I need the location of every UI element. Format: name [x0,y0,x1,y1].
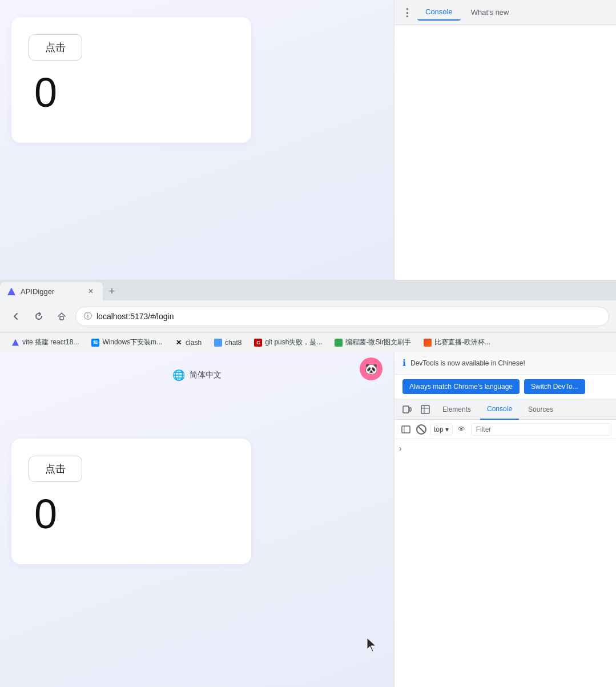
devtools-notification: ℹ DevTools is now available in Chinese! [394,352,616,375]
devtools-empty-area [394,25,616,280]
custom-formatters-icon[interactable]: 👁 [456,424,468,435]
bookmark-favicon-git: C [254,339,262,347]
switch-devtools-button[interactable]: Switch DevTo... [524,379,585,394]
click-button-bottom[interactable]: 点击 [29,456,82,482]
context-label: top [434,425,444,433]
console-filter-input[interactable] [471,423,611,436]
bookmark-vite[interactable]: vite 搭建 react18... [7,336,83,349]
bookmark-favicon-chat8 [214,339,222,347]
devtools-tab-console[interactable]: Console [417,4,461,21]
console-content-area[interactable]: › [394,439,616,687]
devtools-tab-bar-top: ⋮ Console What's new [394,0,616,25]
codepen-icon: C [254,339,262,347]
tab-title: APIDigger [21,287,54,296]
address-security-icon: ⓘ [84,311,92,322]
console-prompt-line: › [399,444,402,453]
new-tab-button[interactable]: + [103,282,121,300]
address-url: localhost:5173/#/login [96,312,174,321]
tab-elements-label: Elements [442,405,471,413]
zhihu-icon: 知 [91,339,99,347]
bookmark-biancheng[interactable]: 编程菌-微Sir图文刷手 [330,336,416,349]
bookmark-favicon-biancheng [335,339,343,347]
devtools-menu-icon[interactable]: ⋮ [399,5,415,21]
notification-info-icon: ℹ [402,357,406,368]
devtools-panel-bottom: ℹ DevTools is now available in Chinese! … [394,352,616,687]
console-chevron-icon: › [399,444,402,453]
bookmarks-bar: vite 搭建 react18... 知 Windows下安装m... ✕ cl… [0,332,616,352]
bookmark-label-bisai: 比赛直播-欧洲杯... [434,338,490,347]
bookmark-zhihu[interactable]: 知 Windows下安装m... [87,336,167,349]
x-icon: ✕ [175,339,183,347]
nav-reload-button[interactable] [30,307,48,326]
tab-elements[interactable]: Elements [436,399,478,420]
bookmark-clash[interactable]: ✕ clash [170,337,206,348]
vite-icon [7,287,15,295]
bookmark-favicon-bisai [424,339,432,347]
nav-back-button[interactable] [7,307,25,326]
redorange-icon [424,339,432,347]
browser-tab-apidigger[interactable]: APIDigger ✕ [0,282,103,300]
language-selector[interactable]: 🌐 简体中文 [11,363,383,387]
address-input[interactable]: ⓘ localhost:5173/#/login [75,307,609,326]
svg-rect-1 [403,406,409,413]
globe-icon: 🌐 [172,369,185,381]
bookmark-favicon-clash: ✕ [175,339,183,347]
inspect-element-icon[interactable] [417,401,433,417]
bookmark-favicon-vite [11,339,19,347]
tab-sources[interactable]: Sources [521,399,560,420]
mouse-cursor [365,637,377,655]
click-button-top[interactable]: 点击 [29,34,82,61]
bookmark-chat8[interactable]: chat8 [210,337,246,348]
device-toolbar-icon[interactable] [399,401,415,417]
svg-rect-6 [402,426,410,433]
browser-bottom-section: 🌐 简体中文 🐼 点击 0 ℹ DevTools is now availabl… [0,352,616,687]
tab-console-label: Console [487,405,512,413]
bookmark-label-biancheng: 编程菌-微Sir图文刷手 [345,338,411,347]
chrome-browser-chrome: APIDigger ✕ + ⓘ localhost:5173/#/login [0,280,616,332]
bookmark-label-clash: clash [186,339,202,347]
svg-rect-2 [409,408,411,411]
devtools-panel-tabs: Elements Console Sources [394,399,616,420]
bookmark-git[interactable]: C git push失败，是... [249,336,327,349]
tab-console[interactable]: Console [480,399,519,420]
translate-button[interactable]: 🐼 [360,357,383,380]
bookmark-label-chat8: chat8 [225,339,241,347]
bookmark-label-zhihu: Windows下安装m... [102,338,162,347]
context-dropdown[interactable]: top ▾ [430,424,453,435]
page-content-top: 点击 0 [0,0,394,280]
console-toolbar: top ▾ 👁 [394,420,616,439]
bookmark-label-vite: vite 搭建 react18... [22,338,79,347]
counter-card-bottom: 点击 0 [11,439,251,564]
count-value-bottom: 0 [34,493,234,535]
counter-card-top: 点击 0 [11,17,251,143]
vite-small-icon [12,339,19,346]
clear-console-icon[interactable] [416,424,426,435]
devtools-action-buttons: Always match Chrome's language Switch De… [394,375,616,399]
bookmark-bisai[interactable]: 比赛直播-欧洲杯... [419,336,495,349]
sidebar-toggle-icon[interactable] [399,423,413,436]
svg-rect-3 [421,405,429,413]
nav-home-button[interactable] [53,307,71,326]
devtools-tab-whats-new[interactable]: What's new [463,5,517,20]
svg-rect-0 [60,316,63,320]
tab-favicon [7,287,16,296]
tab-sources-label: Sources [528,405,553,413]
translate-icon: 🐼 [365,363,377,375]
page-content-bottom: 🌐 简体中文 🐼 点击 0 [0,352,394,687]
bookmark-label-git: git push失败，是... [265,338,322,347]
tab-close-button[interactable]: ✕ [86,286,96,296]
chat8-icon [214,339,222,347]
count-value-top: 0 [34,72,234,113]
address-bar-row: ⓘ localhost:5173/#/login [0,300,616,332]
devtools-panel-top: ⋮ Console What's new [394,0,616,280]
tab-bar: APIDigger ✕ + [0,280,616,300]
bookmark-favicon-zhihu: 知 [91,339,99,347]
match-language-button[interactable]: Always match Chrome's language [402,379,520,394]
language-label: 简体中文 [190,370,222,380]
dropdown-arrow: ▾ [445,425,449,433]
green-icon [335,339,343,347]
notification-text: DevTools is now available in Chinese! [410,359,525,367]
